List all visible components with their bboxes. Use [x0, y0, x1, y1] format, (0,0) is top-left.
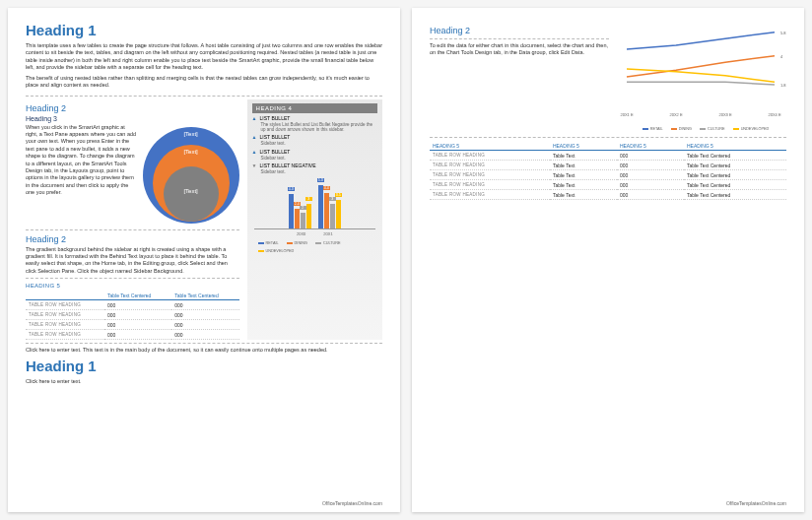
table-cell: Table Text Centered [684, 151, 786, 161]
table-col: HEADING 5 [430, 141, 550, 151]
table-cell: 000 [171, 310, 238, 320]
svg-text:4: 4 [780, 54, 783, 59]
list-bullet: LIST BULLET [252, 115, 377, 121]
table-cell: 000 [617, 161, 684, 170]
financial-table: Table Text CenteredTable Text Centered T… [26, 291, 239, 340]
table-cell: 000 [617, 190, 684, 200]
table-cell: Table Text [550, 170, 617, 180]
table-row-heading: TABLE ROW HEADING [26, 330, 104, 340]
line-chart-container: 20X1 E20X2 E20X3 E20X4 E5.841.8 RETAIL D… [619, 22, 786, 131]
divider [26, 343, 382, 344]
table-cell: Table Text [550, 151, 617, 161]
left-column: Heading 2 Heading 3 When you click in th… [26, 99, 239, 341]
legend-item: DINING [679, 127, 692, 131]
svg-text:5.8: 5.8 [780, 31, 786, 35]
table-cell: 000 [104, 330, 171, 340]
divider [430, 38, 609, 39]
body-placeholder: Click here to enter text. [26, 378, 382, 385]
divider [430, 137, 786, 138]
table-cell: 000 [104, 320, 171, 330]
table-row-heading: TABLE ROW HEADING [26, 310, 104, 320]
data-table: HEADING 5 HEADING 5 HEADING 5 HEADING 5 … [430, 141, 786, 200]
table-cell: Table Text Centered [684, 161, 786, 170]
heading-3: Heading 3 [26, 115, 239, 122]
table-cell: Table Text Centered [684, 190, 786, 200]
table-cell: 000 [171, 320, 238, 330]
heading-1: Heading 1 [26, 358, 382, 374]
page-1: Heading 1 This template uses a few table… [8, 8, 400, 512]
sidebar: HEADING 4 LIST BULLET The styles List Bu… [247, 99, 382, 341]
legend-item: UNDEVELOPED [266, 249, 295, 253]
legend-item: RETAIL [650, 127, 663, 131]
list-bullet-sub: The styles List Bullet and List Bullet N… [261, 122, 377, 133]
heading-5: HEADING 5 [26, 283, 239, 289]
table-cell: 000 [171, 300, 238, 310]
table-cell: TABLE ROW HEADING [430, 161, 550, 170]
table-row-heading: TABLE ROW HEADING [26, 320, 104, 330]
svg-text:1.8: 1.8 [780, 83, 786, 88]
table-col: HEADING 5 [617, 141, 684, 151]
list-bullet-sub: Sidebar text. [261, 156, 377, 161]
table-col: HEADING 5 [684, 141, 786, 151]
heading-1: Heading 1 [26, 22, 382, 38]
table-cell: TABLE ROW HEADING [430, 190, 550, 200]
line-legend: RETAIL DINING CULTURE UNDEVELOPED [619, 127, 786, 131]
two-column-layout: Heading 2 Heading 3 When you click in th… [26, 99, 382, 341]
table-cell: Table Text [550, 180, 617, 190]
intro-paragraph-1: This template uses a few tables to creat… [26, 42, 382, 72]
heading-2: Heading 2 [430, 26, 609, 35]
heading-2: Heading 2 [26, 103, 239, 113]
bar-x-label: 20X1 [323, 231, 332, 236]
table-cell: 000 [617, 170, 684, 180]
legend-item: DINING [295, 241, 307, 245]
page-footer: OfficeTemplatesOnline.com [322, 500, 382, 506]
table-cell: Table Text Centered [684, 180, 786, 190]
sidebar-heading: HEADING 4 [252, 103, 377, 113]
legend-item: UNDEVELOPED [741, 127, 770, 131]
table-cell: Table Text [550, 190, 617, 200]
smartart-label-3: [Text] [183, 188, 197, 194]
svg-text:20X1 E: 20X1 E [620, 112, 633, 117]
list-bullet: LIST BULLET [252, 134, 377, 140]
chart-paragraph: To edit the data for either chart in thi… [430, 42, 609, 57]
table-cell: Table Text [550, 161, 617, 170]
table-col: HEADING 5 [550, 141, 617, 151]
divider [26, 278, 239, 279]
svg-text:20X3 E: 20X3 E [718, 112, 731, 117]
table-col: Table Text Centered [104, 291, 171, 300]
bar-x-label: 20X0 [297, 231, 305, 236]
body-placeholder: Click here to enter text. This text is i… [26, 347, 382, 354]
list-bullet-sub: Sidebar text. [261, 141, 377, 146]
bar-legend: RETAIL DINING CULTURE UNDEVELOPED [252, 241, 377, 253]
heading-2: Heading 2 [26, 234, 239, 244]
line-chart: 20X1 E20X2 E20X3 E20X4 E5.841.8 [619, 22, 786, 120]
svg-text:20X4 E: 20X4 E [768, 112, 780, 117]
table-cell: 000 [617, 151, 684, 161]
table-cell: 000 [171, 330, 238, 340]
divider [26, 96, 382, 97]
table-cell: TABLE ROW HEADING [430, 151, 550, 161]
list-bullet-negative: LIST BULLET NEGATIVE [252, 162, 377, 168]
table-cell: 000 [617, 180, 684, 190]
smartart-label-2: [Text] [183, 149, 197, 155]
bar-chart: 4.32.4235.34.433.5 20X020X1 [254, 180, 375, 239]
page-footer: OfficeTemplatesOnline.com [726, 500, 786, 506]
page-2: Heading 2 To edit the data for either ch… [412, 8, 804, 512]
table-cell: TABLE ROW HEADING [430, 180, 550, 190]
list-bullet: LIST BULLET [252, 149, 377, 155]
table-cell: Table Text Centered [684, 170, 786, 180]
legend-item: CULTURE [323, 241, 341, 245]
table-cell: 000 [104, 300, 171, 310]
list-bullet-sub: Sidebar text. [261, 169, 377, 174]
smartart-graphic: [Text] [Text] [Text] [143, 127, 239, 224]
gradient-paragraph: The gradient background behind the sideb… [26, 246, 239, 276]
divider [26, 229, 239, 230]
table-col: Table Text Centered [171, 291, 238, 300]
intro-paragraph-2: The benefit of using nested tables rathe… [26, 75, 382, 90]
table-cell: 000 [104, 310, 171, 320]
svg-text:20X2 E: 20X2 E [669, 112, 682, 117]
smartart-paragraph: When you click in the SmartArt graphic a… [26, 124, 137, 224]
legend-item: CULTURE [708, 127, 725, 131]
legend-item: RETAIL [266, 241, 279, 245]
table-cell: TABLE ROW HEADING [430, 170, 550, 180]
